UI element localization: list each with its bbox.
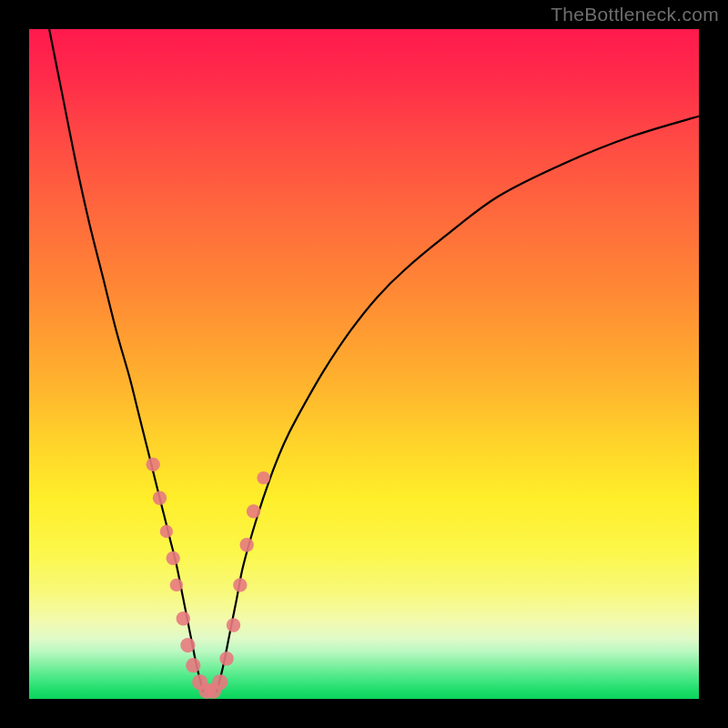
curve-layer <box>29 29 699 699</box>
scatter-dot <box>177 612 190 625</box>
scatter-dot <box>153 491 167 505</box>
scatter-dot <box>212 674 228 690</box>
scatter-dot <box>167 551 180 565</box>
plot-area <box>29 29 699 699</box>
scatter-dot <box>180 638 195 652</box>
scatter-dot <box>219 652 233 665</box>
scatter-dot <box>227 618 240 632</box>
chart-frame: TheBottleneck.com <box>0 0 728 728</box>
scatter-dot <box>257 471 269 484</box>
scatter-dot <box>233 578 247 592</box>
scatter-dot <box>247 504 260 518</box>
scatter-dot <box>160 525 173 538</box>
scatter-dot <box>147 458 160 471</box>
left-curve-path <box>49 29 203 693</box>
scatter-dot <box>170 579 183 592</box>
scatter-dots <box>147 458 270 699</box>
scatter-dot <box>240 538 254 551</box>
scatter-dot <box>186 658 200 672</box>
watermark-text: TheBottleneck.com <box>551 4 719 25</box>
right-curve-path <box>217 116 699 693</box>
